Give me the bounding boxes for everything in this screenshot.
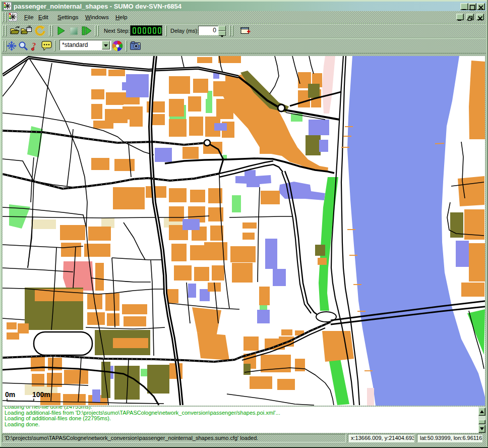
svg-text:100m: 100m [32,390,50,399]
svg-text:0m: 0m [5,390,15,399]
